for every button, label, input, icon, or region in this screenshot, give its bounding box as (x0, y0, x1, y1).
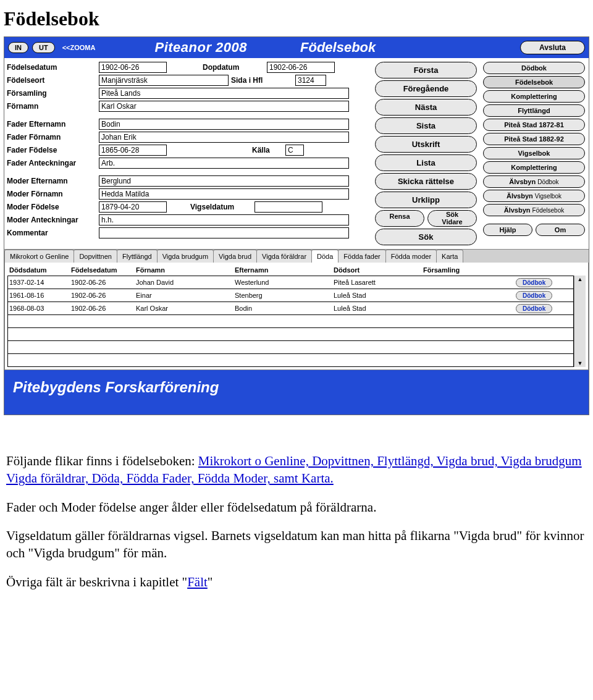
help-button[interactable]: Hjälp (483, 224, 532, 236)
input-fader-fornamn[interactable] (99, 132, 349, 143)
link-alvsbyn-dodbok[interactable]: ÄlvsbynDödbok (483, 175, 585, 188)
title-bar: IN UT <<ZOOMA Piteanor 2008 Födelsebok A… (4, 37, 589, 58)
last-button[interactable]: Sista (375, 117, 477, 134)
paragraph-2: Fader och Moder födelse anger ålder elle… (6, 499, 587, 516)
table-row (8, 315, 573, 328)
clipboard-button[interactable]: Urklipp (375, 192, 477, 208)
col-fodelsedatum: Födelsedatum (71, 266, 136, 274)
label-moder-efternamn: Moder Efternamn (7, 177, 96, 185)
col-fornamn: Förnamn (136, 266, 235, 274)
app-section-title: Födelsebok (300, 40, 376, 56)
search-button[interactable]: Sök (375, 229, 477, 245)
paragraph-1: Följande flikar finns i födelseboken: Mi… (6, 452, 587, 487)
tab-content: Dödsdatum Födelsedatum Förnamn Efternamn… (4, 263, 589, 370)
app-window: IN UT <<ZOOMA Piteanor 2008 Födelsebok A… (4, 36, 589, 415)
link-vigselbok[interactable]: Vigselbok (483, 147, 585, 159)
link-alvsbyn-fodelsebok[interactable]: ÄlvsbynFödelsebok (483, 204, 585, 216)
row-dodbok-button[interactable]: Dödbok (516, 291, 552, 300)
grid-header: Dödsdatum Födelsedatum Förnamn Efternamn… (7, 266, 586, 276)
label-fornamn: Förnamn (7, 102, 96, 111)
tab-f-dda-moder[interactable]: Födda moder (385, 250, 437, 263)
link-alvsbyn-vigselbok[interactable]: ÄlvsbynVigselbok (483, 190, 585, 202)
quit-button[interactable]: Avsluta (520, 41, 585, 54)
input-moder-ant[interactable] (99, 214, 349, 226)
grid-body: 1937-02-141902-06-26Johan DavidWesterlun… (7, 276, 574, 315)
tab-bar: Mikrokort o GenlineDopvittnenFlyttlängdV… (4, 249, 589, 263)
link-flyttlangd[interactable]: Flyttlängd (483, 104, 585, 117)
label-sida: Sida i Hfl (231, 76, 293, 85)
label-fodelseort: Födelseort (7, 76, 96, 85)
input-fodelsedatum[interactable] (99, 62, 167, 73)
col-efternamn: Efternamn (235, 266, 334, 274)
label-moder-fodelse: Moder Födelse (7, 203, 96, 211)
app-title: Piteanor 2008 (154, 40, 247, 56)
label-fodelsedatum: Födelsedatum (7, 63, 96, 72)
label-moder-fornamn: Moder Förnamn (7, 190, 96, 198)
paragraph-4: Övriga fält är beskrivna i kapitlet "Fäl… (6, 573, 587, 591)
list-button[interactable]: Lista (375, 154, 477, 171)
table-row (8, 328, 573, 341)
next-button[interactable]: Nästa (375, 99, 477, 116)
input-forsamling[interactable] (99, 88, 349, 99)
input-kommentar[interactable] (99, 227, 349, 238)
zoom-label: <<ZOOMA (62, 44, 96, 51)
col-dodsdatum: Dödsdatum (9, 266, 71, 274)
scrollbar[interactable]: ▲ ▼ (574, 276, 586, 367)
link-pitea-stad-1[interactable]: Piteå Stad 1872-81 (483, 119, 585, 131)
tab-vigda-brudgum[interactable]: Vigda brudgum (157, 250, 214, 263)
first-button[interactable]: Första (375, 62, 477, 78)
tab-karta[interactable]: Karta (436, 250, 463, 263)
send-correction-button[interactable]: Skicka rättelse (375, 173, 477, 190)
search-next-button[interactable]: Sök Vidare (427, 210, 477, 227)
link-komplettering-2[interactable]: Komplettering (483, 161, 585, 174)
input-sida[interactable] (295, 75, 326, 86)
input-dopdatum[interactable] (267, 62, 335, 73)
row-dodbok-button[interactable]: Dödbok (516, 304, 552, 313)
nav-column: Första Föregående Nästa Sista Utskrift L… (372, 58, 479, 249)
tab-mikrokort-o-genline[interactable]: Mikrokort o Genline (4, 250, 74, 263)
zoom-out-button[interactable]: UT (32, 42, 55, 53)
table-row[interactable]: 1968-08-031902-06-26Karl OskarBodinLuleå… (8, 302, 573, 314)
label-fader-fodelse: Fader Födelse (7, 146, 96, 154)
table-row[interactable]: 1961-08-161902-06-26EinarStenbergLuleå S… (8, 289, 573, 302)
input-fornamn[interactable] (99, 101, 349, 112)
label-kalla: Källa (252, 146, 283, 154)
zoom-in-button[interactable]: IN (8, 42, 28, 53)
input-vigseldatum[interactable] (254, 201, 322, 213)
link-dodbok[interactable]: Dödbok (483, 62, 585, 74)
table-row (8, 341, 573, 354)
scroll-down-icon[interactable]: ▼ (578, 360, 583, 367)
input-fader-ant[interactable] (99, 158, 349, 169)
row-dodbok-button[interactable]: Dödbok (516, 278, 552, 287)
footer-title: Pitebygdens Forskarförening (4, 370, 589, 415)
links-column: Dödbok Födelsebok Komplettering Flyttlän… (479, 58, 589, 240)
input-moder-fodelse[interactable] (99, 201, 167, 213)
about-button[interactable]: Om (536, 224, 585, 236)
table-row[interactable]: 1937-02-141902-06-26Johan DavidWesterlun… (8, 276, 573, 289)
tab-vigda-brud[interactable]: Vigda brud (213, 250, 257, 263)
tab-flyttl-ngd[interactable]: Flyttlängd (117, 250, 158, 263)
clear-button[interactable]: Rensa (375, 210, 424, 227)
link-pitea-stad-2[interactable]: Piteå Stad 1882-92 (483, 133, 585, 145)
input-fader-efternamn[interactable] (99, 119, 349, 130)
tab-d-da[interactable]: Döda (311, 250, 339, 263)
link-falt[interactable]: Fält (187, 575, 208, 589)
prev-button[interactable]: Föregående (375, 80, 477, 97)
input-fader-fodelse[interactable] (99, 145, 167, 156)
input-moder-fornamn[interactable] (99, 188, 349, 200)
col-forsamling: Församling (423, 266, 516, 274)
input-kalla[interactable] (285, 145, 304, 156)
scroll-up-icon[interactable]: ▲ (578, 276, 583, 283)
input-fodelseort[interactable] (99, 75, 229, 86)
print-button[interactable]: Utskrift (375, 136, 477, 153)
link-fodelsebok[interactable]: Födelsebok (483, 76, 585, 88)
document-title: Födelsebok (4, 7, 593, 30)
tab-dopvittnen[interactable]: Dopvittnen (74, 250, 117, 263)
tab-f-dda-fader[interactable]: Födda fader (338, 250, 385, 263)
input-moder-efternamn[interactable] (99, 175, 349, 187)
label-forsamling: Församling (7, 89, 96, 98)
label-vigseldatum: Vigseldatum (190, 203, 252, 211)
col-dodsort: Dödsort (334, 266, 423, 274)
link-komplettering[interactable]: Komplettering (483, 90, 585, 103)
tab-vigda-f-r-ldrar[interactable]: Vigda föräldrar (256, 250, 312, 263)
